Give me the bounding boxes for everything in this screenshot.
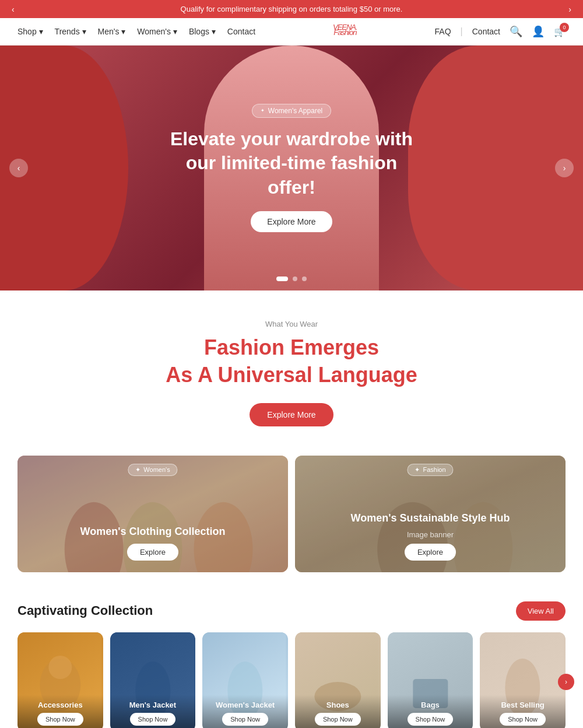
card-name-mens-jacket: Men's Jacket <box>116 701 190 709</box>
fashion-highlight: Language <box>318 363 417 387</box>
logo[interactable]: VEENA. Fashion <box>333 26 357 37</box>
hero-slider: Women's Apparel Elevate your wardrobe wi… <box>0 46 583 290</box>
image-banners: ✦Women's Women's Clothing Collection Exp… <box>17 456 566 572</box>
fashion-line2-start: As A Universal <box>166 363 318 387</box>
banner-explore-btn-2[interactable]: Explore <box>405 544 456 561</box>
banner-title-1: Women's Clothing Collection <box>80 526 226 538</box>
nav-right: FAQ | Contact 🔍 👤 🛒 0 <box>435 25 566 38</box>
card-btn-bags[interactable]: Shop Now <box>408 713 454 726</box>
card-btn-accessories[interactable]: Shop Now <box>37 713 83 726</box>
banner-tag-2: ✦Fashion <box>407 464 453 476</box>
card-content-shoes: Shoes Shop Now <box>295 695 381 728</box>
slider-dot-1[interactable] <box>276 276 288 281</box>
cart-icon[interactable]: 🛒 0 <box>554 26 566 37</box>
card-btn-mens-jacket[interactable]: Shop Now <box>130 713 176 726</box>
collection-card-womens-jacket[interactable]: Women's Jacket Shop Now <box>202 632 288 728</box>
banner-sub-2: Image banner <box>407 530 454 539</box>
cart-count: 0 <box>560 23 569 32</box>
card-content-accessories: Accessories Shop Now <box>17 695 103 728</box>
nav-mens[interactable]: Men's ▾ <box>98 27 126 36</box>
collection-title: Captivating Collection <box>17 603 153 618</box>
navbar: Shop ▾ Trends ▾ Men's ▾ Women's ▾ Blogs … <box>0 18 583 46</box>
card-name-shoes: Shoes <box>301 701 375 709</box>
collection-section: Captivating Collection View All Accessor… <box>0 584 583 728</box>
card-content-best-selling: Best Selling Shop Now <box>480 695 566 728</box>
card-content-mens-jacket: Men's Jacket Shop Now <box>110 695 196 728</box>
slider-prev-arrow[interactable]: ‹ <box>9 159 28 177</box>
collection-card-mens-jacket[interactable]: Men's Jacket Shop Now <box>110 632 196 728</box>
collection-card-best-selling[interactable]: Best Selling Shop Now <box>480 632 566 728</box>
banner-text: Qualify for complimentary shipping on or… <box>181 5 403 13</box>
banner-tag-1: ✦Women's <box>128 464 177 476</box>
banner-next-arrow[interactable]: › <box>568 5 571 14</box>
fashion-explore-button[interactable]: Explore More <box>250 403 333 426</box>
nav-shop[interactable]: Shop ▾ <box>17 27 43 36</box>
collection-grid: Accessories Shop Now Men's Jacket Shop N… <box>17 632 566 728</box>
hero-overlay: Women's Apparel Elevate your wardrobe wi… <box>0 46 583 290</box>
card-name-womens-jacket: Women's Jacket <box>208 701 282 709</box>
search-icon[interactable]: 🔍 <box>510 25 522 38</box>
nav-womens[interactable]: Women's ▾ <box>137 27 177 36</box>
fashion-section: What You Wear Fashion Emerges As A Unive… <box>0 290 583 444</box>
banner-explore-btn-1[interactable]: Explore <box>127 544 178 561</box>
hero-title: Elevate your wardrobe with our limited-t… <box>169 127 414 200</box>
fashion-subtitle: What You Wear <box>12 320 571 328</box>
hero-explore-button[interactable]: Explore More <box>251 211 332 232</box>
banner-overlay-1: ✦Women's Women's Clothing Collection Exp… <box>17 456 288 572</box>
card-btn-shoes[interactable]: Shop Now <box>315 713 361 726</box>
collection-card-shoes[interactable]: Shoes Shop Now <box>295 632 381 728</box>
top-banner: ‹ Qualify for complimentary shipping on … <box>0 0 583 18</box>
fashion-line1: Fashion Emerges <box>204 335 379 359</box>
banner-prev-arrow[interactable]: ‹ <box>12 5 15 14</box>
nav-links-left: Shop ▾ Trends ▾ Men's ▾ Women's ▾ Blogs … <box>17 27 255 36</box>
card-name-best-selling: Best Selling <box>486 701 560 709</box>
nav-faq[interactable]: FAQ <box>435 27 451 36</box>
fashion-title: Fashion Emerges As A Universal Language <box>12 334 571 389</box>
card-content-bags: Bags Shop Now <box>388 695 473 728</box>
slider-dot-3[interactable] <box>302 276 307 281</box>
hero-badge: Women's Apparel <box>252 104 331 118</box>
slider-dots <box>276 276 307 281</box>
slider-dot-2[interactable] <box>293 276 297 281</box>
card-name-accessories: Accessories <box>23 701 97 709</box>
view-all-button[interactable]: View All <box>516 601 566 621</box>
slider-next-arrow[interactable]: › <box>555 159 574 177</box>
nav-blogs[interactable]: Blogs ▾ <box>189 27 216 36</box>
collection-card-bags[interactable]: Bags Shop Now <box>388 632 473 728</box>
collection-header: Captivating Collection View All <box>17 601 566 621</box>
card-btn-womens-jacket[interactable]: Shop Now <box>222 713 268 726</box>
svg-point-9 <box>48 656 72 679</box>
card-btn-best-selling[interactable]: Shop Now <box>500 713 546 726</box>
banner-card-2[interactable]: ✦Fashion Women's Sustainable Style Hub I… <box>295 456 566 572</box>
card-content-womens-jacket: Women's Jacket Shop Now <box>202 695 288 728</box>
nav-trends[interactable]: Trends ▾ <box>55 27 86 36</box>
banner-overlay-2: ✦Fashion Women's Sustainable Style Hub I… <box>295 456 566 572</box>
collection-card-accessories[interactable]: Accessories Shop Now <box>17 632 103 728</box>
banner-title-2: Women's Sustainable Style Hub <box>350 512 510 524</box>
nav-contact-right[interactable]: Contact <box>472 27 500 36</box>
nav-contact[interactable]: Contact <box>227 27 255 36</box>
collection-next-arrow[interactable]: › <box>558 674 574 690</box>
card-name-bags: Bags <box>394 701 468 709</box>
account-icon[interactable]: 👤 <box>532 25 545 38</box>
banner-card-1[interactable]: ✦Women's Women's Clothing Collection Exp… <box>17 456 288 572</box>
